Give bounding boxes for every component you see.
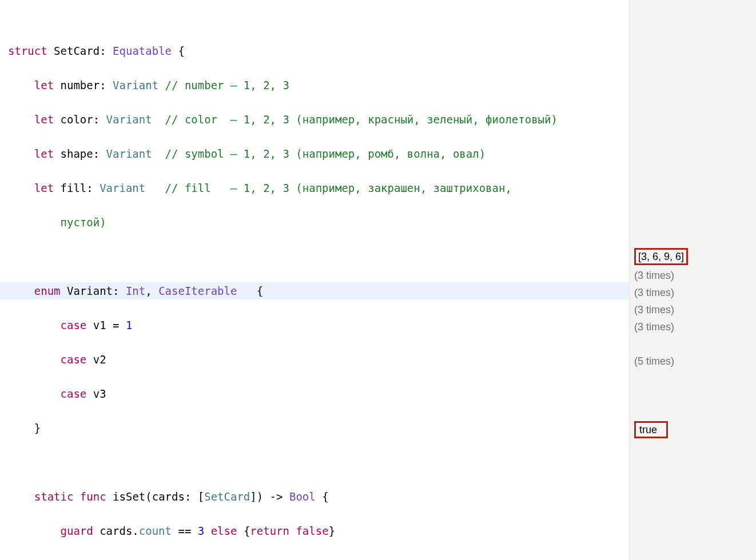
code-line: let number: Variant // number – 1, 2, 3	[8, 77, 629, 94]
code-line: }	[8, 419, 629, 437]
code-line: let shape: Variant // symbol – 1, 2, 3 (…	[8, 145, 629, 162]
result-true[interactable]: true	[634, 421, 756, 438]
code-line: let sums = [	[8, 557, 629, 560]
result-sums[interactable]: [3, 6, 9, 6]	[634, 248, 756, 267]
code-editor[interactable]: struct SetCard: Equatable { let number: …	[0, 0, 629, 560]
code-line	[8, 454, 629, 471]
result-count: (3 times)	[634, 318, 756, 335]
code-line: enum Variant: Int, CaseIterable {	[8, 282, 629, 299]
result-count: (3 times)	[634, 284, 756, 301]
result-count: (5 times)	[634, 353, 756, 370]
code-line: пустой)	[8, 214, 629, 231]
code-line: case v2	[8, 351, 629, 368]
code-line: struct SetCard: Equatable {	[8, 42, 629, 59]
result-count: (3 times)	[634, 267, 756, 284]
code-line: let fill: Variant // fill – 1, 2, 3 (нап…	[8, 179, 629, 197]
code-line: case v1 = 1	[8, 317, 629, 334]
results-sidebar[interactable]: [3, 6, 9, 6] (3 times) (3 times) (3 time…	[629, 0, 756, 560]
code-line	[8, 248, 629, 265]
code-line: guard cards.count == 3 else {return fals…	[8, 522, 629, 539]
result-count: (3 times)	[634, 301, 756, 318]
code-line: case v3	[8, 385, 629, 402]
code-line: static func isSet(cards: [SetCard]) -> B…	[8, 488, 629, 505]
code-line: let color: Variant // color – 1, 2, 3 (н…	[8, 111, 629, 128]
